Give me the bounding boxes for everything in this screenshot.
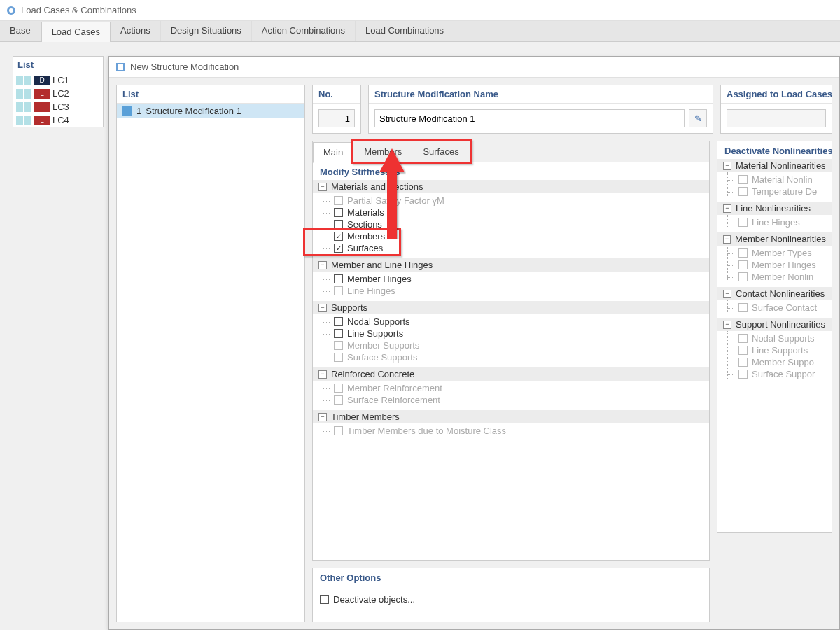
stiffness-item[interactable]: Member Supports bbox=[313, 340, 709, 351]
main-tab-design-situations[interactable]: Design Situations bbox=[161, 21, 252, 41]
svg-point-1 bbox=[9, 8, 13, 13]
deact-item-label: Member Suppo bbox=[752, 357, 814, 368]
checkbox[interactable] bbox=[334, 232, 343, 241]
sub-tabstrip: MainMembersSurfaces bbox=[313, 141, 709, 162]
deact-item-label: Member Types bbox=[752, 248, 812, 258]
group-header[interactable]: −Member and Line Hinges bbox=[313, 258, 709, 272]
deact-group-header[interactable]: −Material Nonlinearities bbox=[718, 159, 832, 172]
stiffness-item[interactable]: Sections bbox=[313, 218, 709, 230]
stiffness-item[interactable]: Surface Reinforcement bbox=[313, 394, 709, 406]
group-label: Supports bbox=[331, 302, 368, 313]
checkbox bbox=[334, 396, 343, 405]
other-options-panel: Other Options Deactivate objects... bbox=[312, 568, 710, 622]
edit-name-button[interactable]: ✎ bbox=[689, 109, 707, 127]
load-case-row[interactable]: D LC1 bbox=[13, 74, 103, 87]
other-options-header: Other Options bbox=[313, 568, 709, 586]
lc-name: LC1 bbox=[52, 75, 69, 85]
checkbox bbox=[738, 218, 748, 227]
main-tab-actions[interactable]: Actions bbox=[111, 21, 161, 41]
stiffness-item[interactable]: Surfaces bbox=[313, 242, 709, 254]
deact-item-label: Temperature De bbox=[752, 186, 817, 197]
group-header[interactable]: −Materials and Sections bbox=[313, 180, 709, 193]
stiffness-item[interactable]: Surface Supports bbox=[313, 351, 709, 363]
stiffness-item[interactable]: Timber Members due to Moisture Class bbox=[313, 425, 709, 437]
expand-icon[interactable]: − bbox=[318, 413, 327, 421]
deact-group-header[interactable]: −Member Nonlinearities bbox=[718, 232, 832, 246]
item-label: Sections bbox=[347, 219, 382, 230]
deact-group-header[interactable]: −Line Nonlinearities bbox=[718, 202, 832, 215]
checkbox[interactable] bbox=[334, 274, 343, 284]
main-tab-base[interactable]: Base bbox=[0, 21, 41, 41]
deact-item[interactable]: Member Types bbox=[718, 247, 832, 259]
deact-item[interactable]: Nodal Supports bbox=[718, 332, 832, 344]
checkbox[interactable] bbox=[334, 208, 343, 217]
deact-item[interactable]: Material Nonlin bbox=[718, 174, 832, 186]
number-input[interactable] bbox=[318, 109, 355, 127]
stiffness-item[interactable]: Line Supports bbox=[313, 328, 709, 340]
structure-modification-dialog: New Structure Modification List 1 Struct… bbox=[108, 56, 840, 630]
deact-item[interactable]: Surface Contact bbox=[718, 302, 832, 314]
stiffness-item[interactable]: Members bbox=[313, 230, 709, 242]
checkbox[interactable] bbox=[334, 317, 343, 326]
expand-icon[interactable]: − bbox=[318, 304, 327, 312]
group-header[interactable]: −Reinforced Concrete bbox=[313, 368, 709, 381]
load-case-row[interactable]: L LC3 bbox=[13, 100, 103, 113]
sub-tab-main[interactable]: Main bbox=[313, 142, 354, 163]
expand-icon[interactable]: − bbox=[723, 321, 732, 329]
main-tab-load-cases[interactable]: Load Cases bbox=[41, 22, 111, 42]
deact-item[interactable]: Member Hinges bbox=[718, 259, 832, 271]
deact-group-header[interactable]: −Support Nonlinearities bbox=[718, 318, 832, 331]
deact-item[interactable]: Surface Suppor bbox=[718, 368, 832, 380]
deactivate-objects-checkbox[interactable] bbox=[320, 595, 329, 604]
dialog-list-panel: List 1 Structure Modification 1 bbox=[116, 85, 305, 622]
deact-item[interactable]: Line Supports bbox=[718, 344, 832, 356]
expand-icon[interactable]: − bbox=[318, 183, 327, 191]
expand-icon[interactable]: − bbox=[723, 235, 731, 244]
checkbox bbox=[738, 187, 748, 196]
checkbox[interactable] bbox=[334, 329, 343, 338]
lc-type-badge: D bbox=[34, 76, 50, 85]
lc-color-swatches bbox=[16, 89, 31, 99]
stiffness-item[interactable]: Line Hinges bbox=[313, 285, 709, 297]
dialog-list-row[interactable]: 1 Structure Modification 1 bbox=[117, 104, 304, 118]
deact-item-label: Surface Suppor bbox=[752, 369, 815, 379]
stiffness-item[interactable]: Member Reinforcement bbox=[313, 382, 709, 394]
stiffness-item[interactable]: Partial Safety Factor γM bbox=[313, 195, 709, 206]
deact-item[interactable]: Line Hinges bbox=[718, 216, 832, 228]
expand-icon[interactable]: − bbox=[723, 204, 732, 213]
deact-item[interactable]: Temperature De bbox=[718, 186, 832, 197]
modify-stiffnesses-header: Modify Stiffnesses bbox=[313, 162, 709, 180]
group-header[interactable]: −Timber Members bbox=[313, 410, 709, 424]
item-label: Line Supports bbox=[347, 328, 403, 339]
load-case-row[interactable]: L LC2 bbox=[13, 87, 103, 100]
name-input[interactable] bbox=[374, 109, 685, 127]
deact-item[interactable]: Member Nonlin bbox=[718, 271, 832, 283]
item-label: Member Reinforcement bbox=[347, 383, 442, 393]
checkbox[interactable] bbox=[334, 244, 343, 253]
window-titlebar: Load Cases & Combinations bbox=[0, 0, 840, 21]
checkbox[interactable] bbox=[334, 220, 343, 229]
expand-icon[interactable]: − bbox=[318, 370, 327, 379]
expand-icon[interactable]: − bbox=[723, 290, 732, 298]
sub-tab-members[interactable]: Members bbox=[354, 141, 412, 162]
name-panel: Structure Modification Name ✎ bbox=[368, 85, 713, 134]
assigned-input[interactable] bbox=[727, 109, 826, 127]
expand-icon[interactable]: − bbox=[318, 261, 327, 270]
dialog-title: New Structure Modification bbox=[130, 62, 239, 72]
checkbox bbox=[738, 303, 748, 312]
stiffness-item[interactable]: Materials bbox=[313, 206, 709, 218]
main-tab-action-combinations[interactable]: Action Combinations bbox=[252, 21, 356, 41]
group-header[interactable]: −Supports bbox=[313, 301, 709, 314]
deact-item[interactable]: Member Suppo bbox=[718, 356, 832, 368]
main-tab-load-combinations[interactable]: Load Combinations bbox=[356, 21, 454, 41]
deact-item-label: Nodal Supports bbox=[752, 333, 815, 344]
item-label: Materials bbox=[347, 207, 384, 218]
expand-icon[interactable]: − bbox=[723, 162, 732, 170]
stiffness-item[interactable]: Member Hinges bbox=[313, 273, 709, 285]
sub-tab-surfaces[interactable]: Surfaces bbox=[412, 141, 469, 162]
load-case-row[interactable]: L LC4 bbox=[13, 113, 103, 127]
stiffness-item[interactable]: Nodal Supports bbox=[313, 316, 709, 328]
stiffness-group: −Timber MembersTimber Members due to Moi… bbox=[313, 410, 709, 441]
deact-group-header[interactable]: −Contact Nonlinearities bbox=[718, 287, 832, 300]
svg-rect-3 bbox=[118, 64, 123, 70]
